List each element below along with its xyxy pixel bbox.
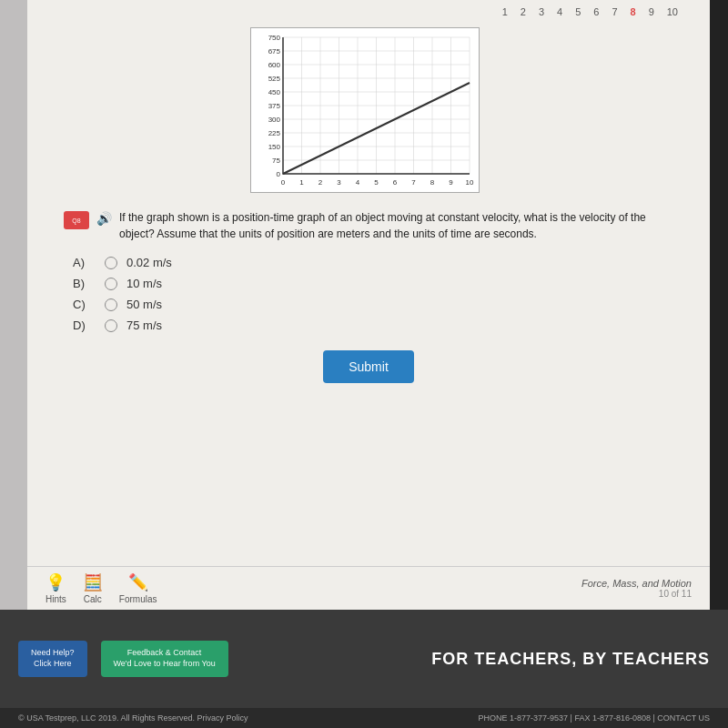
answer-row-d[interactable]: D) 75 m/s (73, 318, 664, 332)
hints-label: Hints (46, 594, 66, 604)
need-help-sub: Click Here (31, 659, 75, 670)
answer-radio-c[interactable] (105, 298, 117, 311)
page-tab-10[interactable]: 10 (662, 5, 682, 19)
module-name: Force, Mass, and Motion (581, 578, 692, 589)
formulas-label: Formulas (119, 594, 157, 604)
answer-label-d: D) (73, 318, 96, 332)
calc-label: Calc (84, 594, 102, 604)
answer-row-a[interactable]: A) 0.02 m/s (73, 256, 664, 269)
submit-container: Submit (46, 350, 692, 383)
left-edge (0, 0, 27, 610)
calc-icon: 🧮 (83, 572, 103, 592)
submit-button[interactable]: Submit (323, 350, 414, 383)
feedback-label: Feedback & Contact (114, 648, 216, 659)
page-tab-2[interactable]: 2 (516, 5, 531, 19)
page-tab-8[interactable]: 8 (626, 5, 641, 19)
answer-text-b: 10 m/s (126, 277, 162, 290)
feedback-sub: We'd Love to Hear from You (114, 659, 216, 670)
answers-container: A) 0.02 m/s B) 10 m/s C) 50 m/s D) 75 m/… (73, 256, 664, 332)
question-icon: Q8 (64, 211, 89, 229)
page-tab-9[interactable]: 9 (644, 5, 659, 19)
footer: Need Help? Click Here Feedback & Contact… (0, 610, 728, 728)
answer-text-a: 0.02 m/s (126, 256, 172, 269)
graph-container (250, 27, 487, 200)
answer-radio-a[interactable] (105, 257, 117, 269)
answer-label-b: B) (73, 277, 96, 290)
answer-row-c[interactable]: C) 50 m/s (73, 298, 664, 311)
calc-button[interactable]: 🧮 Calc (83, 572, 103, 604)
question-area: Q8 🔊 If the graph shown is a position-ti… (64, 209, 673, 242)
graph-wrapper (250, 27, 487, 200)
main-content: 1 2 3 4 5 6 7 8 9 10 Q8 🔊 If the graph s… (27, 0, 710, 610)
contact-info: PHONE 1-877-377-9537 | FAX 1-877-816-080… (479, 713, 710, 723)
page-tab-5[interactable]: 5 (571, 5, 585, 19)
footer-bottom: © USA Testprep, LLC 2019. All Rights Res… (0, 708, 728, 728)
page-tabs: 1 2 3 4 5 6 7 8 9 10 (498, 5, 682, 19)
footer-tagline: FOR TEACHERS, BY TEACHERS (431, 650, 710, 669)
page-tab-1[interactable]: 1 (498, 5, 512, 19)
answer-text-c: 50 m/s (126, 298, 162, 311)
need-help-button[interactable]: Need Help? Click Here (18, 641, 87, 676)
toolbar-right: Force, Mass, and Motion 10 of 11 (581, 578, 692, 599)
answer-label-c: C) (73, 298, 96, 311)
answer-text-d: 75 m/s (126, 318, 162, 332)
answer-radio-d[interactable] (105, 319, 117, 332)
audio-icon[interactable]: 🔊 (96, 211, 112, 226)
page-tab-7[interactable]: 7 (607, 5, 622, 19)
formulas-button[interactable]: ✏️ Formulas (119, 572, 157, 604)
answer-radio-b[interactable] (105, 278, 117, 290)
footer-top: Need Help? Click Here Feedback & Contact… (0, 610, 728, 708)
page-tab-6[interactable]: 6 (589, 5, 603, 19)
module-sub: 10 of 11 (581, 589, 692, 599)
question-text: If the graph shown is a position-time gr… (119, 209, 673, 242)
copyright-text: © USA Testprep, LLC 2019. All Rights Res… (18, 713, 248, 723)
feedback-contact-button[interactable]: Feedback & Contact We'd Love to Hear fro… (101, 641, 228, 676)
formulas-icon: ✏️ (128, 572, 148, 592)
toolbar-left: 💡 Hints 🧮 Calc ✏️ Formulas (46, 572, 157, 604)
answer-row-b[interactable]: B) 10 m/s (73, 277, 664, 290)
page-tab-4[interactable]: 4 (552, 5, 567, 19)
page-tab-3[interactable]: 3 (534, 5, 549, 19)
need-help-label: Need Help? (31, 648, 75, 659)
bottom-toolbar: 💡 Hints 🧮 Calc ✏️ Formulas Force, Mass, … (27, 566, 710, 610)
hints-button[interactable]: 💡 Hints (46, 572, 66, 604)
answer-label-a: A) (73, 256, 96, 269)
position-time-graph (250, 27, 480, 193)
hints-icon: 💡 (46, 572, 66, 592)
